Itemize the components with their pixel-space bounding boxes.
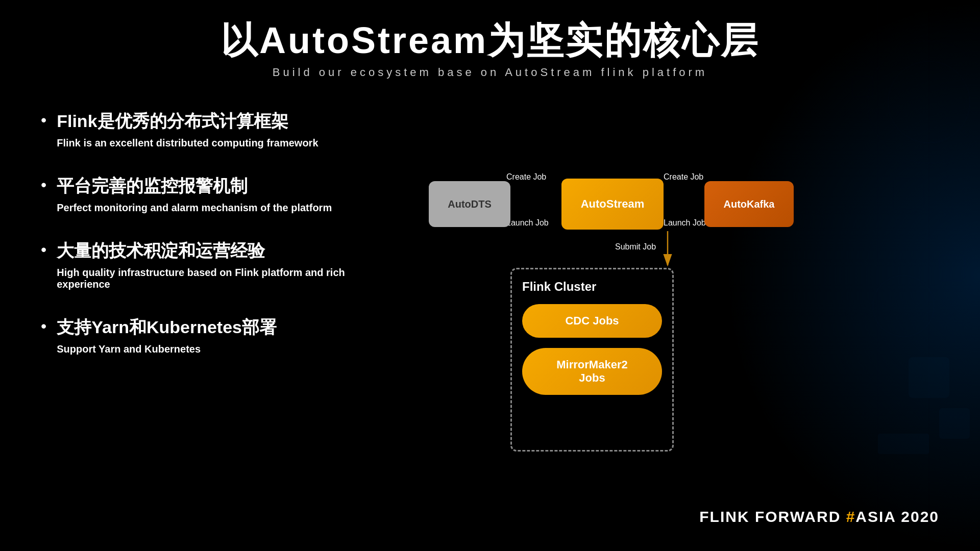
label-create-job-left: Create Job	[506, 172, 546, 182]
brand-text: FLINK FORWARD	[699, 508, 846, 525]
flink-cluster-title: Flink Cluster	[522, 280, 662, 294]
bullet-cn-4: 支持Yarn和Kubernetes部署	[57, 316, 277, 339]
main-title: 以AutoStream为坚实的核心层	[41, 20, 939, 61]
label-create-job-right: Create Job	[664, 172, 703, 182]
label-launch-job-right: Launch Job	[664, 218, 706, 228]
bullet-item-3: • 大量的技术积淀和运营经验 High quality infrastructu…	[41, 239, 398, 290]
diagram-container: Create Job Launch Job Create Job Launch …	[429, 99, 939, 457]
slide: 以AutoStream为坚实的核心层 Build our ecosystem b…	[0, 0, 980, 551]
footer-brand: FLINK FORWARD #ASIA 2020	[699, 508, 939, 525]
svg-rect-5	[852, 77, 873, 97]
arrows-svg	[429, 99, 939, 457]
svg-rect-7	[939, 255, 965, 281]
bullet-en-3: High quality infrastructure based on Fli…	[57, 267, 398, 290]
label-launch-job-left: Launch Job	[506, 218, 549, 228]
bullet-en-1: Flink is an excellent distributed comput…	[57, 137, 318, 149]
bullet-content-2: 平台完善的监控报警机制 Perfect monitoring and alarm…	[57, 174, 332, 214]
bullet-dot-4: •	[41, 318, 46, 334]
brand-year: ASIA 2020	[855, 508, 939, 525]
bullet-item-2: • 平台完善的监控报警机制 Perfect monitoring and ala…	[41, 174, 398, 214]
bullet-cn-2: 平台完善的监控报警机制	[57, 174, 332, 198]
left-column: • Flink是优秀的分布式计算框架 Flink is an excellent…	[41, 99, 398, 457]
bullet-item-1: • Flink是优秀的分布式计算框架 Flink is an excellent…	[41, 110, 398, 149]
bullet-item-4: • 支持Yarn和Kubernetes部署 Support Yarn and K…	[41, 316, 398, 355]
bullet-content-3: 大量的技术积淀和运营经验 High quality infrastructure…	[57, 239, 398, 290]
brand-hash: #	[846, 508, 856, 525]
bullet-cn-1: Flink是优秀的分布式计算框架	[57, 110, 318, 133]
bullet-content-4: 支持Yarn和Kubernetes部署 Support Yarn and Kub…	[57, 316, 277, 355]
node-autokafka: AutoKafka	[704, 181, 794, 227]
sub-title: Build our ecosystem base on AutoStream f…	[41, 66, 939, 79]
title-section: 以AutoStream为坚实的核心层 Build our ecosystem b…	[41, 20, 939, 79]
node-autostream: AutoStream	[561, 179, 664, 230]
flink-cluster-box: Flink Cluster CDC Jobs MirrorMaker2Jobs	[510, 268, 674, 452]
bullet-en-4: Support Yarn and Kubernetes	[57, 343, 277, 355]
bullet-dot-1: •	[41, 112, 46, 128]
right-column: Create Job Launch Job Create Job Launch …	[429, 99, 939, 457]
bullet-dot-2: •	[41, 177, 46, 193]
bullet-content-1: Flink是优秀的分布式计算框架 Flink is an excellent d…	[57, 110, 318, 149]
bullet-en-2: Perfect monitoring and alarm mechanism o…	[57, 202, 332, 214]
bullet-cn-3: 大量的技术积淀和运营经验	[57, 239, 398, 263]
node-autodts: AutoDTS	[429, 181, 510, 227]
mirrormaker2-jobs-node: MirrorMaker2Jobs	[522, 348, 662, 395]
label-submit-job: Submit Job	[615, 242, 656, 252]
svg-rect-9	[939, 408, 970, 439]
content-area: • Flink是优秀的分布式计算框架 Flink is an excellent…	[41, 99, 939, 457]
cdc-jobs-node: CDC Jobs	[522, 304, 662, 338]
bullet-dot-3: •	[41, 241, 46, 258]
